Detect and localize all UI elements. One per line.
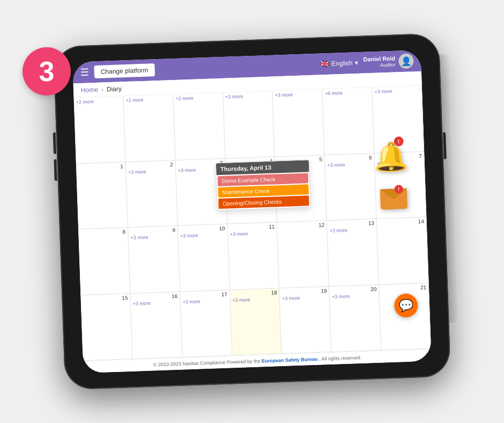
more-link[interactable]: +3 more bbox=[230, 231, 248, 237]
more-link[interactable]: +3 more bbox=[327, 162, 345, 167]
calendar-cell-today: 18 +3 more bbox=[230, 288, 282, 355]
more-link[interactable]: +3 more bbox=[182, 298, 201, 304]
cell-number: 21 bbox=[381, 284, 426, 291]
calendar-cell: 1 bbox=[76, 162, 128, 229]
cell-number: 19 bbox=[282, 288, 327, 295]
hamburger-icon[interactable]: ☰ bbox=[80, 66, 89, 78]
calendar-cell: 11 +3 more bbox=[227, 222, 279, 289]
calendar-cell: 10 +3 more bbox=[178, 224, 230, 291]
calendar-cell: 17 +3 more bbox=[180, 290, 232, 357]
cell-number: 11 bbox=[229, 224, 275, 231]
breadcrumb-separator: › bbox=[101, 86, 103, 93]
calendar-cell: 20 +3 more bbox=[329, 285, 381, 352]
more-link[interactable]: +3 more bbox=[225, 93, 243, 99]
more-link[interactable]: +3 more bbox=[332, 293, 350, 299]
cell-number: 17 bbox=[182, 291, 227, 298]
footer-text-before: © 2010-2023 Navitas Compliance Powered b… bbox=[153, 359, 262, 368]
calendar-cell: 16 +3 more bbox=[130, 291, 182, 359]
cell-number: 18 bbox=[232, 289, 277, 297]
more-link[interactable]: +3 more bbox=[133, 300, 151, 306]
cell-number: 16 bbox=[132, 293, 177, 300]
more-link[interactable]: +2 more bbox=[125, 97, 144, 103]
more-link[interactable]: +2 more bbox=[175, 96, 194, 101]
cell-number: 8 bbox=[80, 229, 125, 236]
user-details: Daniel Reid Auditor bbox=[363, 55, 396, 70]
calendar-cell: 2 +3 more bbox=[125, 160, 177, 227]
more-link[interactable]: +3 more bbox=[282, 295, 300, 301]
user-role: Auditor bbox=[364, 62, 396, 70]
calendar-cell: +6 more bbox=[322, 87, 374, 155]
cell-number: 6 bbox=[327, 155, 372, 162]
language-label: English bbox=[331, 59, 353, 67]
calendar-cell: +2 more bbox=[173, 93, 225, 160]
more-link[interactable]: +3 more bbox=[329, 228, 347, 234]
change-platform-button[interactable]: Change platform bbox=[94, 63, 154, 78]
popup-header: Thursday, April 13 bbox=[216, 160, 309, 175]
calendar-cell: 6 +3 more bbox=[325, 153, 377, 220]
calendar-row: +2 more +2 more +2 more +3 more +3 more bbox=[73, 86, 424, 164]
calendar-cell: +3 more bbox=[223, 91, 275, 158]
calendar-grid: +2 more +2 more +2 more +3 more +3 more bbox=[73, 86, 431, 361]
cell-number: 10 bbox=[180, 225, 225, 233]
popup-item[interactable]: Opening/Closing Checks bbox=[218, 195, 309, 209]
calendar-cell: 15 bbox=[80, 294, 132, 361]
calendar-cell: 9 +3 more bbox=[128, 226, 180, 293]
more-link[interactable]: +3 more bbox=[180, 233, 198, 239]
notification-envelope-icon[interactable] bbox=[380, 188, 408, 215]
more-link[interactable]: +2 more bbox=[76, 99, 94, 105]
cell-number: 20 bbox=[331, 286, 376, 293]
cell-number: 13 bbox=[329, 220, 374, 228]
calendar-row: 15 16 +3 more 17 +3 more 18 +3 more bbox=[80, 283, 431, 361]
cell-number: 9 bbox=[130, 227, 175, 235]
top-bar-left: ☰ Change platform bbox=[80, 63, 154, 79]
user-info: Daniel Reid Auditor 👤 bbox=[363, 53, 414, 70]
calendar-row: 8 9 +3 more 10 +3 more 11 +3 more bbox=[78, 217, 429, 295]
more-link[interactable]: +3 more bbox=[275, 92, 293, 98]
more-link[interactable]: +3 more bbox=[130, 235, 149, 240]
breadcrumb-home[interactable]: Home bbox=[81, 86, 98, 94]
volume-down-button bbox=[54, 159, 57, 181]
more-link[interactable]: +3 more bbox=[374, 89, 392, 94]
footer-text-after: , All rights reserved. bbox=[319, 355, 361, 362]
language-selector[interactable]: 🇬🇧 English ▾ bbox=[320, 59, 358, 68]
calendar-cell: 8 bbox=[78, 228, 130, 295]
cell-number: 2 bbox=[128, 162, 173, 169]
calendar-cell: +2 more bbox=[123, 94, 175, 162]
phone-shadow bbox=[439, 54, 458, 323]
calendar-cell: +2 more bbox=[73, 96, 125, 163]
top-bar-right: 🇬🇧 English ▾ Daniel Reid Auditor 👤 bbox=[320, 53, 414, 71]
volume-up-button bbox=[53, 133, 56, 154]
app-screen: ☰ Change platform 🇬🇧 English ▾ Daniel Re… bbox=[72, 50, 432, 373]
cell-number: 14 bbox=[379, 218, 424, 226]
notification-bell-icon[interactable]: 🔔 bbox=[373, 140, 409, 174]
calendar-cell: 13 +3 more bbox=[327, 219, 379, 286]
more-link[interactable]: +6 more bbox=[325, 90, 343, 96]
calendar-cell: 12 bbox=[277, 221, 329, 288]
footer-link[interactable]: European Safety Bureau bbox=[262, 356, 318, 364]
avatar[interactable]: 👤 bbox=[398, 53, 414, 69]
phone-mockup: ☰ Change platform 🇬🇧 English ▾ Daniel Re… bbox=[53, 33, 451, 390]
calendar-cell: 14 bbox=[377, 217, 429, 285]
more-link[interactable]: +3 more bbox=[232, 297, 250, 303]
calendar-cell: 19 +3 more bbox=[279, 287, 331, 354]
flag-icon: 🇬🇧 bbox=[320, 60, 330, 69]
phone-screen: ☰ Change platform 🇬🇧 English ▾ Daniel Re… bbox=[72, 50, 432, 373]
calendar-popup: Thursday, April 13 Demo Example Check Ma… bbox=[216, 159, 311, 210]
cell-number: 15 bbox=[83, 295, 128, 302]
chevron-down-icon: ▾ bbox=[354, 59, 358, 67]
more-link[interactable]: +3 more bbox=[128, 169, 146, 174]
more-link[interactable]: +3 more bbox=[178, 167, 196, 173]
calendar-cell: +3 more bbox=[273, 89, 325, 156]
calendar-area: +2 more +2 more +2 more +3 more +3 more bbox=[73, 86, 431, 361]
step-number-badge: 3 bbox=[23, 47, 71, 96]
cell-number: 1 bbox=[78, 163, 123, 171]
cell-number: 12 bbox=[279, 222, 324, 229]
breadcrumb-current: Diary bbox=[107, 85, 122, 93]
